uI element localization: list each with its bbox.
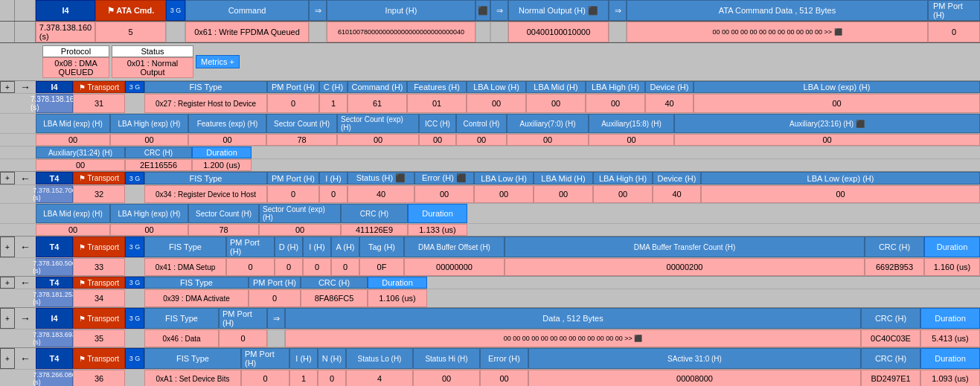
top-ata-data-val: 00 00 00 00 00 00 00 00 00 00 00 00 >> ⬛ [627,22,928,42]
pkt1-feat-val: 01 [407,94,467,113]
pkt2-expand[interactable]: + [0,172,15,184]
pkt3-a-val: 0 [331,258,359,276]
pkt1-aux70-hdr: Auxiliary(7:0) (H) [507,114,589,133]
pkt6-duration-btn[interactable]: Duration [920,348,980,369]
pkt2-badge: 3 G [125,172,144,184]
pkt4-transportnum: 34 [73,289,125,307]
pkt6-error-val: 00 [480,370,528,386]
pkt3-dmabufoff-val: 00000000 [404,258,505,276]
global-header: I4 ⚑ ATA Cmd. 3 G Command ⇒ Input (H) ⬛ … [0,0,980,22]
pkt1-lbamidexp-val: 00 [36,134,110,146]
pkt6-statushi-val: 00 [413,370,480,386]
pkt1-duration-btn[interactable]: Duration [192,147,252,158]
top-type-label: I4 [36,0,95,21]
pkt1-icc-hdr: ICC (H) [419,114,456,133]
packet-1: + → I4 ⚑ Transport 3 G FIS Type PM Port … [0,81,980,172]
pkt4-duration-btn[interactable]: Duration [368,277,427,289]
pkt5-badge: 3 G [125,308,144,329]
pkt1-featexp-val: 00 [188,134,266,146]
pkt1-type: I4 [36,81,73,93]
pkt2-fistype-val: 0x34 : Register Device to Host [144,185,267,203]
pkt5-expand[interactable]: + [0,308,15,329]
pkt2-pmport-val: 0 [267,185,319,203]
pkt3-transportnum: 33 [73,258,125,276]
pkt6-sactive-val: 00008000 [528,370,861,386]
pkt5-arrow: → [15,308,36,329]
pkt1-aux70-val: 00 [507,134,589,146]
pkt1-lbalow-hdr: LBA Low (H) [467,81,526,93]
pkt2-status-val: 40 [348,185,414,203]
pkt3-i-val: 0 [303,258,331,276]
pkt2-lbalowexp-val: 00 [701,185,980,203]
pkt6-statuslo-val: 4 [346,370,413,386]
pkt6-error-hdr: Error (H) [480,348,528,369]
pkt5-transport: ⚑ Transport [73,308,125,329]
pkt1-feat-hdr: Features (H) [407,81,467,93]
pkt2-sectcntexp-hdr: Sector Count (exp) (H) [259,204,341,223]
pkt5-data-hdr: Data , 512 Bytes [285,308,861,329]
pkt1-aux3124-hdr: Auxiliary(31:24) (H) [36,147,125,158]
pkt4-row2: 7.378.181.253 (s) 34 0x39 : DMA Activate… [0,289,980,307]
pkt5-duration-btn[interactable]: Duration [920,308,980,329]
pkt2-error-val: 00 [414,185,474,203]
pkt1-lbamid-hdr: LBA Mid (H) [526,81,586,93]
pkt6-n-val: 0 [318,370,346,386]
pkt3-tag-val: 0F [359,258,404,276]
pkt6-expand[interactable]: + [0,348,15,369]
pkt3-transport: ⚑ Transport [73,237,125,257]
pkt6-statuslo-hdr: Status Lo (H) [346,348,413,369]
top-arrow3: ⇒ [609,0,627,21]
pkt6-i-hdr: I (H) [289,348,318,369]
pkt4-fistype-val: 0x39 : DMA Activate [144,289,249,307]
pkt6-badge: 3 G [125,348,144,369]
pkt3-fistype-hdr: FIS Type [144,237,226,257]
pkt6-pmport-val: 0 [241,370,289,386]
pkt2-crc-val: 411126E9 [341,224,408,236]
pkt3-i-hdr: I (H) [303,237,331,257]
top-timestamp-val: 7.378.138.160 (s) [36,22,95,42]
pkt6-crc-hdr: CRC (H) [861,348,920,369]
pkt5-crc-hdr: CRC (H) [861,308,920,329]
pkt2-duration-btn[interactable]: Duration [408,204,467,223]
pkt2-lbamidexp-hdr: LBA Mid (exp) (H) [36,204,110,223]
pkt1-expand[interactable]: + [0,81,15,93]
pkt3-tag-hdr: Tag (H) [359,237,404,257]
status-val: 0x01 : Normal Output [112,57,193,78]
pkt4-crc-val: 8FA86FC5 [301,289,368,307]
pkt1-badge2 [125,94,144,113]
pkt6-sactive-hdr: SActive 31:0 (H) [528,348,861,369]
pkt1-featexp-hdr: Features (exp) (H) [188,114,266,133]
protocol-val: 0x08 : DMA QUEUED [42,57,109,78]
pkt5-fistype-hdr: FIS Type [144,308,219,329]
pkt2-lbalowexp-hdr: LBA Low (exp) (H) [701,172,980,184]
pkt5-duration-val: 5.413 (us) [920,329,980,347]
pkt1-sectcnt-val: 78 [266,134,337,146]
packet-6: + ← T4 ⚑ Transport 3 G FIS Type PM Port … [0,348,980,386]
pkt6-duration-val: 1.093 (us) [920,370,980,386]
pkt3-expand[interactable]: + [0,237,15,257]
top-arrow1: ⇒ [309,0,327,21]
pkt5-crc-val: 0C40C03E [861,329,920,347]
top-arrow-val2 [490,22,508,42]
pkt2-transportnum: 32 [73,185,125,203]
pkt1-crc-hdr: CRC (H) [125,147,192,158]
pkt1-sectcntexp-val: 00 [337,134,419,146]
pkt2-row2: 7.378.152.706 (s) 32 0x34 : Register Dev… [0,185,980,204]
pkt5-pmport-hdr: PM Port (H) [219,308,267,329]
pkt6-arrow: ← [15,348,36,369]
pkt1-lbamidexp-hdr: LBA Mid (exp) (H) [36,114,110,133]
pkt4-expand[interactable]: + [0,277,15,289]
pkt3-timestamp: 7.378.160.506 (s) [36,258,73,276]
pkt3-arrow: ← [15,237,36,257]
pkt6-transport: ⚑ Transport [73,348,125,369]
pkt6-fistype-val: 0xA1 : Set Device Bits [144,370,241,386]
top-input-dropdown[interactable]: ⬛ [475,0,490,21]
pkt4-pmport-hdr: PM Port (H) [249,277,301,289]
metrics-btn[interactable]: Metrics + [196,55,240,68]
pkt1-aux2316-val: 00 [674,134,980,146]
pkt1-cmd-val: 61 [348,94,407,113]
pkt3-duration-btn[interactable]: Duration [924,237,980,257]
pkt1-lbahigh-val: 00 [586,94,645,113]
global-val-row: 7.378.138.160 (s) 5 0x61 : Write FPDMA Q… [0,22,980,43]
pkt1-lbahighexp-val: 00 [110,134,188,146]
